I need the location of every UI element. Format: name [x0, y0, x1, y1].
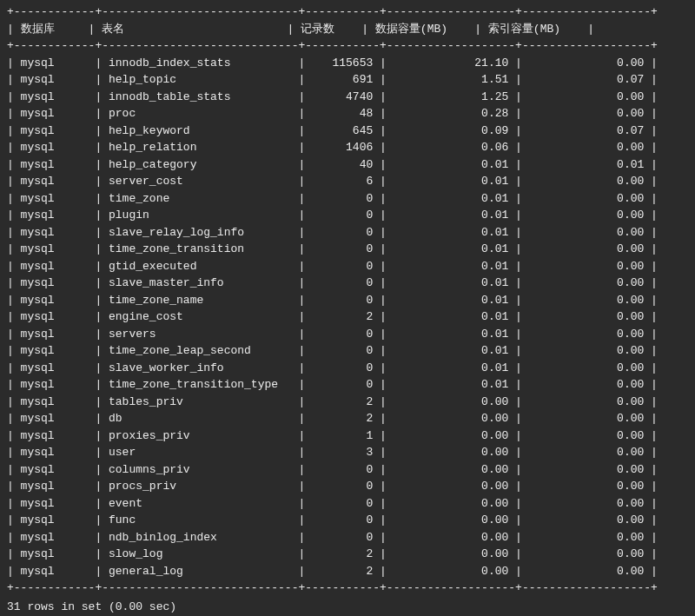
- table-row: | mysql | help_keyword | 645 | 0.09 | 0.…: [7, 123, 688, 140]
- table-row: | mysql | tables_priv | 2 | 0.00 | 0.00 …: [7, 394, 688, 411]
- table-row: | mysql | engine_cost | 2 | 0.01 | 0.00 …: [7, 308, 688, 326]
- table-divider: +------------+--------------------------…: [7, 3, 688, 21]
- result-status: 31 rows in set (0.00 sec): [7, 599, 688, 616]
- table-row: | mysql | servers | 0 | 0.01 | 0.00 |: [7, 326, 688, 343]
- table-row: | mysql | help_relation | 1406 | 0.06 | …: [7, 139, 688, 156]
- table-row: | mysql | help_category | 40 | 0.01 | 0.…: [7, 156, 688, 174]
- table-row: | mysql | innodb_index_stats | 115653 | …: [7, 55, 688, 72]
- table-row: | mysql | user | 3 | 0.00 | 0.00 |: [7, 444, 688, 461]
- table-row: | mysql | slow_log | 2 | 0.00 | 0.00 |: [7, 546, 688, 563]
- table-row: | mysql | gtid_executed | 0 | 0.01 | 0.0…: [7, 258, 688, 275]
- table-row: | mysql | db | 2 | 0.00 | 0.00 |: [7, 410, 688, 427]
- table-row: | mysql | event | 0 | 0.00 | 0.00 |: [7, 495, 688, 513]
- mysql-result-table: +------------+--------------------------…: [7, 3, 688, 615]
- table-row: | mysql | time_zone_name | 0 | 0.01 | 0.…: [7, 292, 688, 309]
- table-row: | mysql | slave_worker_info | 0 | 0.01 |…: [7, 360, 688, 377]
- table-header-row: | 数据库 | 表名 | 记录数 | 数据容量(MB) | 索引容量(MB) |: [7, 21, 688, 38]
- table-row: | mysql | time_zone_transition_type | 0 …: [7, 376, 688, 394]
- table-row: | mysql | time_zone_leap_second | 0 | 0.…: [7, 342, 688, 360]
- table-row: | mysql | help_topic | 691 | 1.51 | 0.07…: [7, 71, 688, 89]
- table-row: | mysql | proc | 48 | 0.28 | 0.00 |: [7, 105, 688, 123]
- table-row: | mysql | ndb_binlog_index | 0 | 0.00 | …: [7, 529, 688, 546]
- table-row: | mysql | time_zone | 0 | 0.01 | 0.00 |: [7, 190, 688, 208]
- table-row: | mysql | general_log | 2 | 0.00 | 0.00 …: [7, 563, 688, 580]
- table-divider: +------------+--------------------------…: [7, 580, 688, 597]
- table-row: | mysql | innodb_table_stats | 4740 | 1.…: [7, 89, 688, 106]
- table-row: | mysql | proxies_priv | 1 | 0.00 | 0.00…: [7, 427, 688, 445]
- table-row: | mysql | plugin | 0 | 0.01 | 0.00 |: [7, 207, 688, 224]
- table-row: | mysql | server_cost | 6 | 0.01 | 0.00 …: [7, 173, 688, 190]
- table-row: | mysql | time_zone_transition | 0 | 0.0…: [7, 241, 688, 258]
- table-divider: +------------+--------------------------…: [7, 37, 688, 55]
- table-row: | mysql | slave_relay_log_info | 0 | 0.0…: [7, 224, 688, 242]
- table-row: | mysql | procs_priv | 0 | 0.00 | 0.00 |: [7, 478, 688, 495]
- table-row: | mysql | slave_master_info | 0 | 0.01 |…: [7, 275, 688, 292]
- table-row: | mysql | columns_priv | 0 | 0.00 | 0.00…: [7, 461, 688, 479]
- table-row: | mysql | func | 0 | 0.00 | 0.00 |: [7, 512, 688, 529]
